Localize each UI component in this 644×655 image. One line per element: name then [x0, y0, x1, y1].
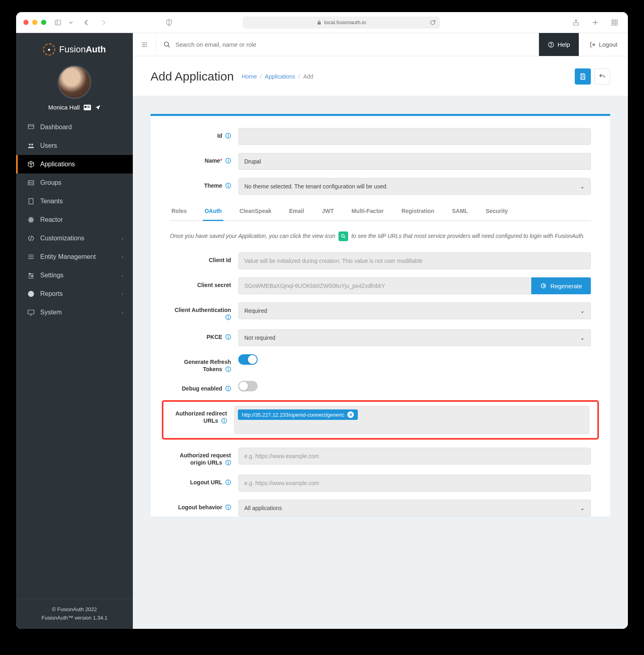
svg-rect-3: [318, 22, 321, 25]
nav-item-reactor[interactable]: Reactor: [16, 211, 133, 229]
info-icon[interactable]: ⓘ: [225, 182, 231, 189]
save-button[interactable]: [575, 68, 591, 85]
tab-security[interactable]: Security: [484, 203, 510, 220]
oauth-hint: Once you have saved your Application, yo…: [170, 231, 591, 241]
info-icon[interactable]: ⓘ: [225, 385, 231, 392]
tabs-overview-icon[interactable]: [609, 17, 621, 28]
traffic-lights[interactable]: [23, 20, 46, 25]
nav-item-reports[interactable]: Reports‹: [16, 285, 133, 303]
nav-item-users[interactable]: Users: [16, 136, 133, 155]
tab-email[interactable]: Email: [287, 203, 305, 220]
theme-select[interactable]: No theme selected. The tenant configurat…: [238, 178, 591, 195]
nav-item-system[interactable]: System‹: [16, 303, 133, 322]
info-icon[interactable]: ⓘ: [225, 132, 231, 139]
svg-rect-7: [612, 20, 614, 22]
browser-window: local.fusionauth.io ● FusionAuth: [16, 12, 628, 629]
share-icon[interactable]: [570, 17, 582, 28]
nav-item-tenants[interactable]: Tenants: [16, 192, 133, 211]
info-icon[interactable]: ⓘ: [225, 334, 231, 340]
close-window-icon[interactable]: [23, 20, 29, 25]
version: FusionAuth™ version 1.34.1: [23, 614, 126, 622]
chevron-left-icon: ‹: [122, 291, 123, 296]
debug-toggle[interactable]: [238, 381, 258, 391]
svg-rect-0: [55, 20, 61, 25]
info-icon[interactable]: ⓘ: [225, 504, 231, 510]
new-tab-icon[interactable]: [589, 17, 601, 28]
svg-rect-9: [612, 23, 614, 25]
chevron-down-icon: ⌄: [580, 335, 585, 341]
zoom-window-icon[interactable]: [41, 20, 46, 25]
info-icon[interactable]: ⓘ: [221, 417, 227, 424]
tab-multifactor[interactable]: Multi-Factor: [350, 203, 385, 220]
avatar[interactable]: [58, 65, 91, 99]
nav-item-dashboard[interactable]: Dashboard: [16, 118, 133, 136]
copyright: © FusionAuth 2022: [23, 605, 126, 614]
logo-text-1: Fusion: [59, 44, 86, 54]
request-origin-field[interactable]: [238, 448, 591, 465]
svg-point-20: [29, 182, 31, 184]
url-text: local.fusionauth.io: [324, 19, 366, 25]
remove-tag-icon[interactable]: ✕: [347, 411, 354, 418]
location-icon[interactable]: [95, 105, 101, 110]
regenerate-button[interactable]: Regenerate: [531, 277, 591, 294]
collapse-sidebar-button[interactable]: [133, 33, 156, 56]
pkce-label: PKCE ⓘ: [170, 329, 238, 341]
forward-button[interactable]: [98, 18, 109, 27]
logout-url-field[interactable]: [238, 475, 591, 492]
save-icon: [579, 73, 586, 80]
nav-item-settings[interactable]: Settings‹: [16, 266, 133, 285]
nav-item-customizations[interactable]: Customizations‹: [16, 229, 133, 248]
crumb-home[interactable]: Home: [242, 73, 257, 80]
sidebar-toggle-icon[interactable]: [52, 17, 64, 28]
tab-registration[interactable]: Registration: [400, 203, 436, 220]
nav-item-applications[interactable]: Applications: [16, 155, 133, 174]
info-icon[interactable]: ⓘ: [225, 314, 231, 320]
redirect-urls-field[interactable]: http://35.227.12.233/openid-connect/gene…: [234, 406, 589, 434]
logout-button[interactable]: Logout: [579, 41, 628, 48]
pkce-select[interactable]: Not required⌄: [238, 329, 591, 346]
svg-rect-8: [615, 20, 617, 22]
id-label: Id ⓘ: [170, 128, 238, 139]
tab-jwt[interactable]: JWT: [320, 203, 336, 220]
tab-saml[interactable]: SAML: [450, 203, 470, 220]
help-button[interactable]: Help: [539, 33, 579, 56]
page-header: Add Application Home/Applications/Add: [133, 56, 628, 96]
client-auth-select[interactable]: Required⌄: [238, 302, 591, 319]
tab-cleanspeak[interactable]: CleanSpeak: [238, 203, 273, 220]
shield-icon[interactable]: [163, 17, 175, 28]
id-field[interactable]: [238, 128, 591, 145]
main: Help Logout Add Application Home/Applica…: [133, 33, 628, 629]
name-field[interactable]: [238, 153, 591, 170]
breadcrumb: Home/Applications/Add: [242, 73, 314, 80]
chevron-down-icon: ⌄: [580, 183, 585, 190]
logo-text-2: Auth: [86, 44, 106, 54]
tabs: Roles OAuth CleanSpeak Email JWT Multi-F…: [170, 203, 591, 221]
nav-item-entity-management[interactable]: Entity Management‹: [16, 248, 133, 266]
id-card-icon[interactable]: [84, 105, 91, 110]
search-input[interactable]: [175, 41, 336, 48]
logout-behavior-select[interactable]: All applications⌄: [238, 500, 591, 517]
info-icon[interactable]: ⓘ: [225, 366, 231, 372]
chevron-down-icon: ⌄: [580, 308, 585, 314]
refresh-icon[interactable]: [429, 19, 436, 26]
refresh-toggle[interactable]: [238, 354, 258, 365]
info-icon[interactable]: ⓘ: [225, 479, 231, 486]
svg-point-18: [31, 144, 33, 146]
address-bar[interactable]: local.fusionauth.io: [243, 17, 440, 29]
chevron-down-icon[interactable]: [66, 19, 75, 26]
back-button[interactable]: [81, 18, 92, 27]
client-id-field: [238, 252, 591, 269]
client-secret-label: Client secret: [170, 277, 238, 289]
svg-point-38: [32, 275, 33, 277]
redirect-url-tag[interactable]: http://35.227.12.233/openid-connect/gene…: [238, 409, 358, 420]
tab-roles[interactable]: Roles: [170, 203, 188, 220]
tab-oauth[interactable]: OAuth: [203, 203, 223, 221]
info-icon[interactable]: ⓘ: [225, 459, 231, 466]
logout-icon: [589, 41, 596, 48]
info-icon[interactable]: ⓘ: [225, 157, 231, 164]
nav-item-groups[interactable]: Groups: [16, 174, 133, 192]
minimize-window-icon[interactable]: [32, 20, 37, 25]
crumb-applications[interactable]: Applications: [265, 73, 295, 80]
svg-line-52: [344, 237, 345, 238]
back-button[interactable]: [594, 68, 610, 85]
